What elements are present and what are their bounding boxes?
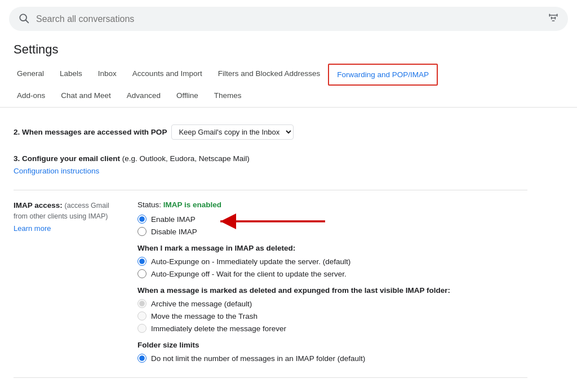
disable-imap-label[interactable]: Disable IMAP [151,228,197,236]
enable-imap-radio[interactable] [137,215,147,224]
tab-accounts[interactable]: Accounts and Import [125,64,210,86]
settings-content: 2. When messages are accessed with POP K… [0,108,541,378]
nav-row-1: General Labels Inbox Accounts and Import… [9,64,568,86]
auto-expunge-on-label[interactable]: Auto-Expunge on - Immediately update the… [151,257,350,266]
tab-addons[interactable]: Add-ons [9,86,53,107]
deleted-radio-group: Auto-Expunge on - Immediately update the… [137,257,527,278]
auto-expunge-on-row: Auto-Expunge on - Immediately update the… [137,257,527,266]
auto-expunge-off-label[interactable]: Auto-Expunge off - Wait for the client t… [151,270,347,278]
trash-label[interactable]: Move the message to the Trash [151,312,258,320]
config-instructions-link[interactable]: Configuration instructions [14,167,99,175]
nav-row-2: Add-ons Chat and Meet Advanced Offline T… [9,86,568,107]
imap-section-row: IMAP access: (access Gmail from other cl… [14,201,527,367]
archive-label[interactable]: Archive the message (default) [151,300,252,308]
status-value: IMAP is enabled [163,201,221,209]
pop-item3: 3. Configure your email client (e.g. Out… [14,148,527,180]
no-limit-radio[interactable] [137,354,147,363]
tab-offline[interactable]: Offline [168,86,206,107]
no-limit-label[interactable]: Do not limit the number of messages in a… [151,354,365,363]
archive-row: Archive the message (default) [137,299,527,308]
imap-section: IMAP access: (access Gmail from other cl… [14,190,527,378]
pop-section: 2. When messages are accessed with POP K… [14,108,527,190]
pop-row-2: 2. When messages are accessed with POP K… [14,124,527,140]
expunged-radio-group: Archive the message (default) Move the m… [137,299,527,333]
search-bar [9,7,568,31]
tab-advanced[interactable]: Advanced [119,86,168,107]
trash-row: Move the message to the Trash [137,311,527,320]
imap-label-title: IMAP access: [14,201,63,210]
archive-radio[interactable] [137,299,147,308]
imap-learn-more-link[interactable]: Learn more [14,224,124,233]
tab-inbox[interactable]: Inbox [90,64,125,86]
trash-radio[interactable] [137,311,147,320]
filter-icon[interactable] [548,12,559,25]
tab-chat[interactable]: Chat and Meet [53,86,119,107]
page-title: Settings [0,38,577,64]
tab-themes[interactable]: Themes [206,86,250,107]
enable-imap-label[interactable]: Enable IMAP [151,215,196,224]
disable-imap-radio-row: Disable IMAP [137,227,527,236]
svg-line-1 [26,20,29,23]
delete-forever-row: Immediately delete the message forever [137,324,527,333]
pop-dropdown[interactable]: Keep Gmail's copy in the Inbox Archive G… [171,124,294,140]
tab-filters[interactable]: Filters and Blocked Addresses [210,64,329,86]
auto-expunge-on-radio[interactable] [137,257,147,266]
pop-item3-desc: (e.g. Outlook, Eudora, Netscape Mail) [122,154,250,163]
imap-status: Status: IMAP is enabled [137,201,527,209]
delete-forever-radio[interactable] [137,324,147,333]
expunged-title: When a message is marked as deleted and … [137,286,527,295]
auto-expunge-off-radio[interactable] [137,269,147,278]
tab-labels[interactable]: Labels [52,64,90,86]
status-prefix: Status: [137,201,163,209]
imap-label: IMAP access: (access Gmail from other cl… [14,201,137,367]
pop-item2-label: 2. When messages are accessed with POP [14,128,167,136]
enable-imap-radio-row: Enable IMAP [137,215,527,224]
delete-forever-label[interactable]: Immediately delete the message forever [151,324,286,333]
pop-item2: 2. When messages are accessed with POP K… [14,118,527,148]
auto-expunge-off-row: Auto-Expunge off - Wait for the client t… [137,269,527,278]
nav-tabs: General Labels Inbox Accounts and Import… [0,64,577,108]
deleted-title: When I mark a message in IMAP as deleted… [137,244,527,252]
tab-forwarding[interactable]: Forwarding and POP/IMAP [328,64,438,86]
folder-limits-title: Folder size limits [137,341,527,349]
no-limit-row: Do not limit the number of messages in a… [137,354,527,363]
search-input[interactable] [36,14,541,24]
search-icon [18,12,29,25]
folder-limits-group: Do not limit the number of messages in a… [137,354,527,363]
tab-general[interactable]: General [9,64,52,86]
disable-imap-radio[interactable] [137,227,147,236]
imap-content: Status: IMAP is enabled Enable IMAP [137,201,527,367]
pop-item3-label: 3. Configure your email client [14,154,120,163]
